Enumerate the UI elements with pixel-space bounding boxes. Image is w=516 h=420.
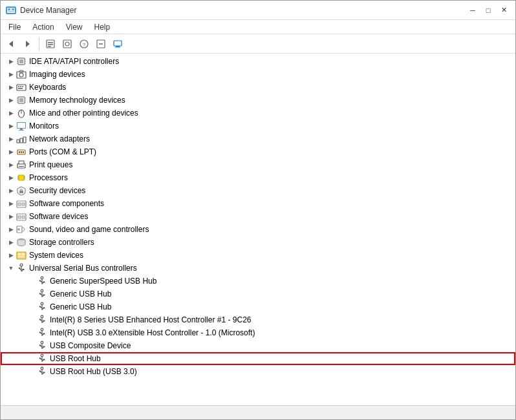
forward-button[interactable] xyxy=(20,36,36,52)
svg-rect-58 xyxy=(19,166,24,167)
expander-sw_components[interactable]: ▶ xyxy=(6,198,16,209)
tree-item-imaging[interactable]: ▶ Imaging devices xyxy=(1,68,515,81)
label-usb_4: Intel(R) 8 Series USB Enhanced Host Cont… xyxy=(50,315,251,324)
icon-sw_components xyxy=(16,198,27,209)
svg-rect-51 xyxy=(23,137,26,143)
expander-usb_8[interactable] xyxy=(27,366,37,377)
svg-rect-2 xyxy=(12,8,14,10)
icon-usb_5 xyxy=(37,328,47,338)
svg-rect-128 xyxy=(43,359,45,361)
menu-action[interactable]: Action xyxy=(27,21,59,33)
expander-ide[interactable]: ▶ xyxy=(6,56,16,67)
expander-usb_1[interactable] xyxy=(27,276,37,286)
scan-button[interactable] xyxy=(59,36,75,52)
icon-usb_4 xyxy=(37,315,47,325)
tree-item-usb_4[interactable]: Intel(R) 8 Series USB Enhanced Host Cont… xyxy=(1,313,515,326)
svg-point-11 xyxy=(65,42,69,46)
icon-monitors xyxy=(16,121,27,131)
tree-item-sw_devices[interactable]: ▶ Software devices xyxy=(1,210,515,223)
svg-point-129 xyxy=(41,367,43,370)
icon-imaging xyxy=(16,69,27,79)
label-usb_5: Intel(R) USB 3.0 eXtensible Host Control… xyxy=(50,328,255,337)
expander-ports[interactable]: ▶ xyxy=(6,147,16,157)
expander-memory[interactable]: ▶ xyxy=(6,95,16,105)
icon-sound xyxy=(16,224,27,235)
svg-rect-1 xyxy=(8,8,10,10)
expander-network[interactable]: ▶ xyxy=(6,134,16,144)
device-tree[interactable]: ▶ IDE ATA/ATAPI controllers ▶ Imaging de… xyxy=(1,54,515,405)
tree-item-usb_8[interactable]: USB Root Hub (USB 3.0) xyxy=(1,365,515,378)
maximize-button[interactable]: □ xyxy=(482,4,495,17)
icon-ports xyxy=(16,147,27,157)
tree-item-keyboards[interactable]: ▶ Keyboards xyxy=(1,81,515,94)
svg-point-123 xyxy=(41,354,43,357)
computer-button[interactable] xyxy=(110,36,125,52)
expander-usb_5[interactable] xyxy=(27,328,37,338)
tree-item-monitors[interactable]: ▶ Monitors xyxy=(1,120,515,132)
svg-point-75 xyxy=(17,228,20,231)
svg-point-28 xyxy=(19,73,23,77)
expander-mice[interactable]: ▶ xyxy=(6,108,16,118)
menu-view[interactable]: View xyxy=(61,21,88,33)
expander-usb_7[interactable] xyxy=(27,353,37,364)
svg-point-87 xyxy=(41,277,43,279)
help-button[interactable]: ? xyxy=(76,36,92,52)
tree-item-ide[interactable]: ▶ IDE ATA/ATAPI controllers xyxy=(1,55,515,68)
close-button[interactable]: ✕ xyxy=(497,4,510,17)
tree-item-memory[interactable]: ▶ Memory technology devices xyxy=(1,94,515,107)
properties-button[interactable] xyxy=(43,36,58,52)
tree-item-usb_6[interactable]: USB Composite Device xyxy=(1,339,515,352)
tree-item-network[interactable]: ▶ Network adapters xyxy=(1,132,515,145)
label-usb: Universal Serial Bus controllers xyxy=(29,264,137,273)
expander-system[interactable]: ▶ xyxy=(6,250,16,260)
tree-item-usb[interactable]: ▼ Universal Serial Bus controllers xyxy=(1,262,515,275)
label-sound: Sound, video and game controllers xyxy=(29,225,149,234)
computer-icon xyxy=(113,39,122,48)
expander-print[interactable]: ▶ xyxy=(6,160,16,170)
tree-item-system[interactable]: ▶ System devices xyxy=(1,249,515,262)
expander-usb_3[interactable] xyxy=(27,302,37,312)
tree-item-mice[interactable]: ▶ Mice and other pointing devices xyxy=(1,107,515,120)
expander-security[interactable]: ▶ xyxy=(6,185,16,196)
svg-rect-80 xyxy=(18,256,25,257)
expander-imaging[interactable]: ▶ xyxy=(6,69,16,79)
tree-item-print[interactable]: ▶ Print queues xyxy=(1,158,515,171)
expander-keyboards[interactable]: ▶ xyxy=(6,82,16,92)
remove-button[interactable] xyxy=(93,36,109,52)
icon-security xyxy=(16,185,27,196)
tree-item-processors[interactable]: ▶ Processors xyxy=(1,171,515,184)
icon-ide xyxy=(16,56,27,67)
svg-rect-9 xyxy=(48,46,51,47)
tree-item-storage[interactable]: ▶ Storage controllers xyxy=(1,236,515,249)
tree-item-usb_1[interactable]: Generic SuperSpeed USB Hub xyxy=(1,275,515,288)
expander-storage[interactable]: ▶ xyxy=(6,237,16,247)
tree-item-usb_2[interactable]: Generic USB Hub xyxy=(1,288,515,300)
tree-item-usb_7[interactable]: USB Root Hub xyxy=(1,352,515,365)
icon-usb_1 xyxy=(37,276,47,286)
svg-marker-5 xyxy=(26,41,30,47)
expander-usb[interactable]: ▼ xyxy=(6,263,16,273)
back-button[interactable] xyxy=(3,36,19,52)
expander-usb_6[interactable] xyxy=(27,341,37,351)
svg-point-91 xyxy=(39,280,41,281)
menu-file[interactable]: File xyxy=(3,21,26,33)
expander-usb_4[interactable] xyxy=(27,315,37,325)
tree-item-ports[interactable]: ▶ Ports (COM & LPT) xyxy=(1,145,515,158)
expander-processors[interactable]: ▶ xyxy=(6,173,16,183)
tree-item-usb_3[interactable]: Generic USB Hub xyxy=(1,300,515,313)
svg-rect-46 xyxy=(17,123,25,128)
svg-point-103 xyxy=(39,306,41,307)
expander-sound[interactable]: ▶ xyxy=(6,224,16,235)
tree-item-usb_5[interactable]: Intel(R) USB 3.0 eXtensible Host Control… xyxy=(1,326,515,339)
expander-sw_devices[interactable]: ▶ xyxy=(6,211,16,222)
expander-usb_2[interactable] xyxy=(27,289,37,299)
svg-point-121 xyxy=(39,344,41,346)
minimize-button[interactable]: ─ xyxy=(466,4,479,17)
tree-item-security[interactable]: ▶ Security devices xyxy=(1,184,515,197)
tree-item-sw_components[interactable]: ▶ Software components xyxy=(1,197,515,210)
tree-item-sound[interactable]: ▶ Sound, video and game controllers xyxy=(1,223,515,236)
svg-rect-55 xyxy=(23,151,24,153)
menu-help[interactable]: Help xyxy=(89,21,116,33)
expander-monitors[interactable]: ▶ xyxy=(6,121,16,131)
label-print: Print queues xyxy=(29,160,72,169)
